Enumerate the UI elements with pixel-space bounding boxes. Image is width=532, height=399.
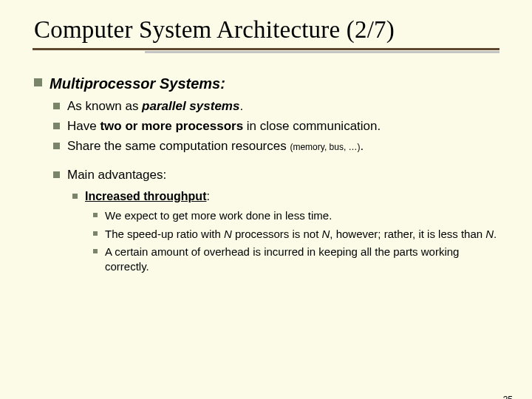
square-bullet-icon	[53, 103, 60, 109]
bullet-lv4: The speed-up ratio with N processors is …	[93, 227, 498, 242]
bullet-lv2: Main advantages:	[53, 167, 498, 184]
lv2-text: Share the same computation resources (me…	[67, 138, 364, 155]
square-bullet-icon	[53, 123, 60, 129]
lv2-text: Have two or more processors in close com…	[67, 118, 381, 135]
square-bullet-icon	[93, 231, 98, 236]
bullet-lv1: Multiprocessor Systems:	[34, 74, 498, 94]
lv3-text: Increased throughput:	[85, 188, 210, 205]
bullet-lv4: A certain amount of overhead is incurred…	[93, 245, 498, 275]
lv4-text: The speed-up ratio with N processors is …	[105, 227, 497, 242]
square-bullet-icon	[72, 194, 78, 199]
lv4-text: We expect to get more work done in less …	[105, 208, 332, 223]
slide: Computer System Architecture (2/7) Multi…	[0, 16, 532, 399]
bullet-lv2: Have two or more processors in close com…	[53, 118, 498, 135]
square-bullet-icon	[53, 171, 60, 178]
bullet-lv2: Share the same computation resources (me…	[53, 138, 498, 155]
square-bullet-icon	[93, 249, 98, 253]
lv2-text: Main advantages:	[67, 167, 166, 184]
bullet-lv2: As known as parallel systems.	[53, 98, 498, 115]
page-number: 35	[503, 395, 513, 399]
square-bullet-icon	[34, 78, 42, 86]
title-underline	[33, 48, 499, 53]
bullet-lv4: We expect to get more work done in less …	[93, 208, 498, 223]
lv4-text: A certain amount of overhead is incurred…	[105, 245, 498, 275]
square-bullet-icon	[93, 213, 98, 217]
bullet-lv3: Increased throughput:	[72, 188, 498, 205]
slide-body: Multiprocessor Systems: As known as para…	[34, 74, 498, 274]
lv1-text: Multiprocessor Systems:	[50, 74, 225, 94]
square-bullet-icon	[53, 143, 60, 149]
slide-title: Computer System Architecture (2/7)	[34, 16, 532, 44]
lv2-text: As known as parallel systems.	[67, 98, 243, 115]
